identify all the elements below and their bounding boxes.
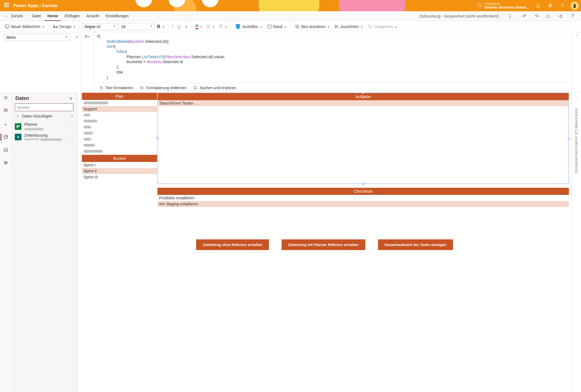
list-item[interactable] <box>82 112 157 118</box>
svg-point-48 <box>6 162 7 163</box>
svg-rect-39 <box>4 110 7 112</box>
formula-toolbar: Text formatieren Formatierung entfernen … <box>94 83 572 93</box>
list-item[interactable]: Sprint III <box>82 174 157 180</box>
canvas-area[interactable]: Plan Support Bucket Sprint ISprint IISpr… <box>77 93 571 392</box>
app-launcher-icon[interactable] <box>0 3 13 9</box>
remove-format-button[interactable]: Formatierung entfernen <box>140 86 186 90</box>
expand-pane-icon[interactable]: 〈 <box>575 96 578 101</box>
list-item[interactable] <box>82 130 157 136</box>
list-item[interactable] <box>82 142 157 148</box>
svg-rect-6 <box>4 6 5 7</box>
font-size-select[interactable]: 16 <box>119 23 154 30</box>
bold-button[interactable]: B <box>155 23 166 30</box>
design-button[interactable]: Aa Design <box>51 23 77 30</box>
list-item[interactable]: Am Staging installieren <box>157 201 569 207</box>
svg-point-10 <box>574 4 576 6</box>
datasource-zeiterfassung[interactable]: S Zeiterfassung SharePoint … <box>12 132 77 142</box>
list-item[interactable]: Sprint II <box>82 168 157 174</box>
back-button[interactable]: Zurück <box>3 11 26 21</box>
formula-collapse-icon[interactable]: ˄ <box>572 32 581 93</box>
format-text-button[interactable]: Text formatieren <box>99 86 133 90</box>
resize-handle[interactable] <box>362 183 364 185</box>
menu-insert[interactable]: Einfügen <box>62 11 82 21</box>
avatar-face-icon <box>572 3 578 9</box>
rail-data-icon[interactable] <box>4 135 8 141</box>
ds-more-icon[interactable]: … <box>70 135 74 139</box>
list-item[interactable]: Produktiv installieren <box>157 195 569 201</box>
rail-tree-icon[interactable] <box>4 96 8 101</box>
find-replace-button[interactable]: Suchen und ersetzen <box>193 86 236 90</box>
new-screen-button[interactable]: Neuer Bildschirm <box>3 23 46 30</box>
list-item[interactable] <box>82 124 157 130</box>
checklist-list[interactable]: Produktiv installierenAm Staging install… <box>157 195 569 207</box>
ds-more-icon[interactable]: … <box>70 124 74 129</box>
menu-settings[interactable]: Einstellungen <box>103 11 132 21</box>
svg-rect-4 <box>6 4 7 5</box>
menu-bar: Zurück Datei Home Einfügen Ansicht Einst… <box>0 11 581 21</box>
rail-add-icon[interactable]: ＋ <box>3 121 8 128</box>
svg-rect-3 <box>4 4 5 5</box>
checklist-header: Checkliste <box>157 188 569 195</box>
menu-file[interactable]: Datei <box>29 11 44 21</box>
user-avatar[interactable] <box>571 2 579 10</box>
bucket-list[interactable]: Sprint ISprint IISprint III <box>82 162 157 180</box>
show-total-button[interactable]: Gesamtaufwand des Tasks anzeigen <box>378 239 453 250</box>
svg-rect-0 <box>4 3 5 4</box>
resize-handle[interactable] <box>568 137 570 139</box>
environment-picker[interactable]: Umgebung Smarter Business Soluti... <box>476 0 532 11</box>
resize-handle[interactable] <box>156 137 159 139</box>
play-icon[interactable]: ▷ <box>543 11 554 21</box>
font-color-button[interactable]: A <box>194 23 204 30</box>
app-checker-icon[interactable] <box>504 11 515 21</box>
global-header: Power Apps|Canvas Umgebung Smarter Busin… <box>0 0 581 11</box>
valign-icon <box>217 23 228 30</box>
undo-icon[interactable]: ↶ <box>519 11 530 21</box>
list-item[interactable]: Support <box>82 106 157 112</box>
align-left-icon <box>205 23 216 30</box>
fx-button[interactable]: fx <box>81 32 94 93</box>
add-data-button[interactable]: ＋ Daten hinzufügen ▾ <box>12 111 77 121</box>
rail-advanced-icon[interactable] <box>4 161 8 166</box>
formula-editor[interactable]: If( Not(IsBlank(Buckets.Selected.id)); S… <box>94 32 572 83</box>
rail-media-icon[interactable] <box>4 148 8 153</box>
svg-rect-5 <box>8 4 9 5</box>
datasource-planner[interactable]: Planner … <box>12 121 77 132</box>
fill-button[interactable]: 🪣Ausfüllen <box>233 23 264 30</box>
menu-view[interactable]: Ansicht <box>84 11 102 21</box>
plan-header: Plan <box>82 93 157 100</box>
border-button[interactable]: Rand <box>265 23 288 30</box>
sharepoint-badge-icon: S <box>15 134 21 140</box>
close-panel-icon[interactable]: ✕ <box>69 96 73 101</box>
redo-icon[interactable]: ↷ <box>531 11 542 21</box>
font-family-select[interactable]: Segoe UI <box>82 23 118 30</box>
tasks-gallery-selected[interactable]: Aufgabe SharxXForm Testen <box>157 93 569 184</box>
help2-icon[interactable]: ? <box>567 11 578 21</box>
settings-icon[interactable] <box>544 0 556 11</box>
reorder-button[interactable]: Neu anordnen <box>293 23 331 30</box>
list-item[interactable] <box>82 136 157 142</box>
create-noref-button[interactable]: Zeiteintrag ohne Referenz erstellen <box>196 239 269 250</box>
plus-icon: ＋ <box>15 114 20 118</box>
create-withref-button[interactable]: Zeiteintrag mit Planner Referenz erstell… <box>282 239 365 250</box>
resize-handle[interactable] <box>362 93 364 94</box>
environment-icon <box>477 3 482 8</box>
plan-list[interactable]: Support <box>82 100 157 154</box>
rail-insert-icon[interactable] <box>4 108 8 114</box>
task-list[interactable]: SharxXForm Testen <box>158 100 569 106</box>
list-item[interactable] <box>82 118 157 124</box>
align-button[interactable]: Ausrichten <box>332 23 365 30</box>
menu-home[interactable]: Home <box>45 11 61 21</box>
list-item[interactable] <box>82 100 157 106</box>
share-icon[interactable] <box>555 11 566 21</box>
svg-rect-7 <box>6 6 7 7</box>
list-item[interactable]: SharxXForm Testen <box>158 100 569 106</box>
help-icon[interactable]: ? <box>556 0 568 11</box>
ds-name: Zeiterfassung <box>24 133 62 138</box>
data-search-input[interactable] <box>15 103 73 111</box>
right-properties-pane[interactable]: 〈 DATENTABELLE (VORSCHAUVERSION) <box>571 93 581 392</box>
list-item[interactable]: Sprint I <box>82 162 157 168</box>
notifications-icon[interactable] <box>532 0 544 11</box>
svg-rect-24 <box>336 25 337 26</box>
property-select[interactable]: Items <box>4 34 70 41</box>
list-item[interactable] <box>82 148 157 154</box>
